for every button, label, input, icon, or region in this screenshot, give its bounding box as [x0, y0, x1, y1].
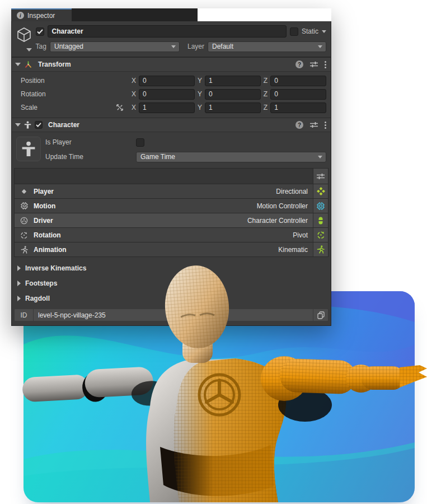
layer-value: Default	[212, 43, 233, 50]
scale-x-field[interactable]: 1	[139, 102, 195, 113]
character-component-body: Is Player Update Time Game Time	[12, 132, 331, 166]
foldout-inverse-kinematics[interactable]: Inverse Kinematics	[12, 260, 331, 276]
static-caret-icon[interactable]	[322, 30, 326, 33]
capsule-icon[interactable]	[313, 213, 328, 227]
foldout-open-icon[interactable]	[15, 123, 21, 127]
info-icon: i	[17, 12, 24, 19]
character-person-icon	[24, 121, 31, 129]
module-row-driver[interactable]: Driver Character Controller	[14, 213, 329, 228]
presets-icon[interactable]	[310, 122, 318, 128]
position-row: Position X 0 Y 1 Z 0	[12, 75, 326, 86]
help-icon[interactable]: ?	[295, 60, 303, 68]
menu-kebab-icon[interactable]	[325, 61, 326, 68]
list-toolbar	[14, 168, 329, 184]
active-checkbox[interactable]	[36, 27, 44, 36]
reel-icon	[15, 217, 34, 225]
menu-kebab-icon[interactable]	[325, 122, 326, 129]
scale-label: Scale	[12, 104, 112, 111]
foldout-list: Inverse Kinematics Footsteps Ragdoll	[12, 257, 331, 307]
gameobject-header: Character Static Tag Untagged	[12, 21, 331, 55]
id-label: ID	[15, 309, 34, 321]
help-icon[interactable]: ?	[295, 121, 303, 129]
prefab-cube-icon[interactable]	[15, 25, 34, 53]
name-field[interactable]: Character	[48, 25, 287, 38]
tab-label: Inspector	[27, 12, 55, 20]
tab-bar: i Inspector	[11, 8, 198, 21]
rotate-icon	[15, 231, 34, 239]
presets-icon[interactable]	[310, 61, 318, 68]
tag-value: Untagged	[54, 43, 83, 50]
transform-gizmo-icon	[24, 60, 32, 69]
transform-rows: Position X 0 Y 1 Z 0 Rotation X	[12, 72, 331, 118]
layer-caret-icon	[318, 45, 322, 48]
update-time-label: Update Time	[45, 153, 136, 161]
position-y-field[interactable]: 1	[205, 76, 261, 86]
component-enabled-checkbox[interactable]	[35, 121, 43, 129]
is-player-label: Is Player	[45, 138, 136, 146]
module-row-motion[interactable]: Motion Motion Controller	[14, 199, 329, 213]
character-preview-icon	[16, 137, 41, 161]
layer-dropdown[interactable]: Default	[208, 41, 326, 52]
transform-title: Transform	[38, 60, 292, 68]
scale-y-field[interactable]: 1	[205, 102, 261, 113]
foldout-ragdoll[interactable]: Ragdoll	[12, 291, 331, 306]
is-player-checkbox[interactable]	[136, 138, 144, 147]
update-time-dropdown[interactable]: Game Time	[136, 152, 326, 162]
module-row-player[interactable]: Player Directional	[14, 184, 329, 199]
rotation-y-field[interactable]: 0	[205, 89, 261, 100]
layer-label: Layer	[187, 43, 204, 50]
inspector-panel: i Inspector	[11, 8, 331, 326]
foldout-footsteps[interactable]: Footsteps	[12, 276, 331, 291]
update-time-value: Game Time	[140, 153, 175, 161]
list-presets-button[interactable]	[313, 169, 328, 184]
axis-z-label: Z	[264, 77, 268, 85]
copy-icon	[317, 311, 325, 319]
tag-caret-icon	[171, 45, 176, 48]
foldout-closed-icon	[17, 265, 21, 271]
rotate-icon[interactable]	[313, 228, 328, 242]
artboard: i Inspector	[0, 0, 427, 504]
rotation-row: Rotation X 0 Y 0 Z 0	[12, 88, 326, 100]
copy-button[interactable]	[313, 309, 328, 321]
diamond-icon	[15, 188, 34, 195]
foldout-open-icon[interactable]	[15, 63, 21, 66]
id-row: ID level-5-npc-village-235	[14, 309, 329, 321]
module-row-rotation[interactable]: Rotation Pivot	[14, 228, 329, 242]
transform-header[interactable]: Transform ?	[12, 57, 331, 72]
foldout-closed-icon	[17, 281, 21, 286]
name-value: Character	[52, 27, 83, 35]
module-list: Player Directional	[14, 168, 329, 257]
scale-row: Scale X 1 Y 1 Z 1	[12, 102, 326, 113]
rotation-x-field[interactable]: 0	[139, 89, 195, 100]
position-x-field[interactable]: 0	[139, 76, 195, 86]
tag-label: Tag	[36, 43, 46, 50]
position-z-field[interactable]: 0	[270, 76, 326, 86]
tag-dropdown[interactable]: Untagged	[50, 41, 180, 52]
dpad-icon[interactable]	[313, 184, 328, 198]
runner-icon[interactable]	[313, 242, 328, 256]
position-label: Position	[12, 77, 112, 85]
foldout-closed-icon	[17, 296, 21, 301]
update-time-caret-icon	[318, 156, 322, 158]
link-broken-icon[interactable]	[116, 104, 124, 111]
presets-icon	[317, 173, 325, 180]
module-row-animation[interactable]: Animation Kinematic	[14, 242, 329, 257]
axis-x-label: X	[132, 77, 136, 85]
check-icon	[36, 123, 41, 127]
rotation-z-field[interactable]: 0	[270, 89, 326, 100]
character-component-header[interactable]: Character ?	[12, 118, 331, 132]
panel-body: Character Static Tag Untagged	[11, 21, 331, 326]
check-icon	[37, 29, 43, 34]
chip-icon[interactable]	[313, 199, 328, 213]
runner-icon	[15, 246, 34, 254]
static-checkbox[interactable]	[290, 27, 298, 36]
id-field[interactable]: level-5-npc-village-235	[34, 309, 313, 321]
static-label: Static	[302, 27, 318, 35]
prefab-caret-icon	[26, 48, 32, 52]
character-component-title: Character	[48, 121, 292, 129]
axis-y-label: Y	[198, 77, 202, 85]
tab-inspector[interactable]: i Inspector	[11, 8, 72, 21]
chip-icon	[15, 202, 34, 209]
rotation-label: Rotation	[12, 90, 112, 98]
scale-z-field[interactable]: 1	[270, 102, 326, 113]
